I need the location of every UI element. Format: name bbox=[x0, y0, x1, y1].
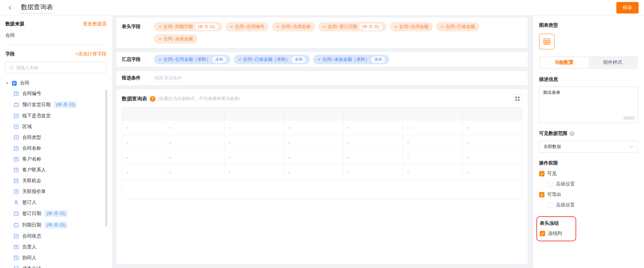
preview-cell: - bbox=[284, 150, 343, 165]
summary-field-tag[interactable]: 合同--已收金额（求和） 求和 bbox=[234, 55, 310, 64]
page-title[interactable]: 数据查询表 bbox=[20, 2, 54, 14]
chevron-down-icon[interactable] bbox=[317, 58, 320, 61]
permissions-label: 操作权限 bbox=[539, 160, 638, 166]
settings-panel: 图表类型 功能配置 组件样式 描述信息 4/500 可见数据范围 ? 全部数据 … bbox=[533, 16, 644, 268]
summary-field-tag[interactable]: 合同--合同金额（求和） 求和 bbox=[154, 55, 230, 64]
perm-visible-row: 可见 bbox=[539, 171, 638, 177]
field-tree-item[interactable]: 预计发货日期 (年-月-日) bbox=[0, 99, 112, 111]
calendar-icon bbox=[13, 222, 19, 228]
sidebar-scrollbar[interactable] bbox=[105, 90, 107, 226]
field-tree-item[interactable]: 客户联系人 bbox=[0, 165, 112, 175]
tab-component-style[interactable]: 组件样式 bbox=[589, 57, 637, 68]
fullscreen-button[interactable] bbox=[513, 94, 522, 103]
checkbox-export-advanced[interactable] bbox=[548, 202, 553, 208]
field-tree-item[interactable]: 关联报价单 bbox=[0, 186, 112, 197]
description-input[interactable] bbox=[539, 87, 638, 123]
preview-cell: - bbox=[122, 150, 165, 165]
checkbox-freeze-column[interactable] bbox=[540, 231, 545, 236]
summary-fields-dropzone[interactable]: 合同--合同金额（求和） 求和 合同--已收金额（求和） 求和 合同--未收金额… bbox=[154, 55, 389, 64]
add-calc-field-link[interactable]: +添加计算字段 bbox=[76, 51, 107, 57]
table-chart-icon bbox=[543, 38, 551, 46]
tag-label: 合同--到期日期 bbox=[164, 24, 193, 30]
text-field-icon bbox=[13, 178, 19, 184]
field-label: 关联机会 bbox=[22, 178, 41, 184]
perm-visible-advanced-label[interactable]: 高级设置 bbox=[556, 181, 575, 187]
field-tree-item[interactable]: 关联机会 bbox=[0, 175, 112, 186]
tree-root-contract[interactable]: 合同 bbox=[0, 78, 112, 88]
freeze-highlight-box: 表头冻结 冻结列 bbox=[536, 216, 576, 241]
header-fields-label: 表头字段 bbox=[122, 22, 154, 44]
preview-cell: - bbox=[463, 135, 522, 150]
preview-cell: - bbox=[343, 165, 403, 180]
field-tree-item[interactable]: 123 成本合计 bbox=[0, 263, 112, 268]
chevron-down-icon[interactable] bbox=[159, 26, 162, 28]
form-icon bbox=[11, 80, 17, 86]
field-tree-item[interactable]: 签订人 bbox=[0, 197, 112, 208]
chevron-down-icon[interactable] bbox=[441, 26, 444, 28]
field-tree-item[interactable]: 合同编号 bbox=[0, 88, 112, 99]
header-fields-dropzone[interactable]: 合同--到期日期 (年-月-日) 合同--合同编号 合同--合同名称 bbox=[154, 22, 498, 44]
text-field-icon bbox=[13, 167, 19, 173]
chevron-down-icon[interactable] bbox=[230, 26, 233, 28]
save-button[interactable]: 保存 bbox=[616, 2, 639, 14]
chevron-down-icon bbox=[629, 145, 634, 148]
chevron-down-icon[interactable] bbox=[159, 38, 162, 40]
preview-table-header-row bbox=[122, 108, 522, 120]
preview-table: - - - - - - - - - - - - bbox=[122, 107, 522, 199]
caret-down-icon[interactable] bbox=[5, 81, 9, 85]
header-field-tag[interactable]: 合同--已收金额 bbox=[436, 22, 479, 31]
date-format-pill: (年-月-日) bbox=[359, 24, 382, 30]
field-tree-item[interactable]: 客户名称 bbox=[0, 154, 112, 165]
header-field-tag[interactable]: 合同--合同名称 bbox=[272, 22, 315, 31]
header-field-tag[interactable]: 合同--未收金额 bbox=[154, 34, 197, 44]
field-label: 合同编号 bbox=[22, 91, 41, 97]
tag-label: 合同--签订日期 bbox=[328, 24, 357, 30]
perm-export-advanced-label[interactable]: 高级设置 bbox=[556, 202, 575, 208]
back-button[interactable] bbox=[5, 3, 15, 13]
chevron-down-icon[interactable] bbox=[323, 26, 326, 28]
date-format-badge: (年-月-日) bbox=[45, 210, 67, 217]
search-input[interactable] bbox=[16, 65, 103, 70]
field-tree: 合同 合同编号 bbox=[0, 78, 112, 268]
help-icon[interactable]: ? bbox=[569, 131, 575, 136]
checkbox-visible[interactable] bbox=[539, 171, 544, 176]
chevron-down-icon[interactable] bbox=[238, 58, 241, 61]
chevron-down-icon[interactable] bbox=[394, 26, 397, 28]
field-tree-item[interactable]: 签订日期 (年-月-日) bbox=[0, 208, 112, 219]
visible-range-select[interactable]: 全部数据 bbox=[539, 141, 638, 153]
preview-footer-spacer bbox=[122, 180, 522, 199]
field-search[interactable] bbox=[5, 62, 107, 73]
field-tree-item[interactable]: 协同人 bbox=[0, 252, 112, 263]
text-field-icon bbox=[13, 255, 19, 261]
field-tree-item[interactable]: 负责人 bbox=[0, 242, 112, 252]
chart-type-table-button[interactable] bbox=[539, 34, 555, 49]
field-label: 客户联系人 bbox=[22, 167, 46, 173]
field-tree-item[interactable]: 合同状态 bbox=[0, 231, 112, 242]
change-data-source-link[interactable]: 更改数据源 bbox=[83, 21, 107, 27]
tab-function-config[interactable]: 功能配置 bbox=[540, 57, 589, 68]
field-tree-item[interactable]: 合同名称 bbox=[0, 143, 112, 154]
search-icon bbox=[9, 65, 14, 70]
field-tree-item[interactable]: 到期日期 (年-月-日) bbox=[0, 219, 112, 231]
header-field-tag[interactable]: 合同--合同金额 bbox=[390, 22, 433, 31]
field-tree-item[interactable]: 区域 bbox=[0, 121, 112, 132]
field-tree-item[interactable]: 合同类型 bbox=[0, 132, 112, 143]
filter-dropzone-placeholder[interactable]: 拖拽 筛选条件 bbox=[154, 75, 182, 81]
preview-cell: - bbox=[284, 165, 343, 180]
preview-table-row: - - - - - - - bbox=[122, 150, 522, 165]
header-field-tag[interactable]: 合同--到期日期 (年-月-日) bbox=[154, 22, 222, 31]
chevron-down-icon[interactable] bbox=[159, 58, 162, 61]
data-source-label: 数据来源 bbox=[5, 21, 24, 27]
checkbox-export[interactable] bbox=[539, 192, 544, 197]
dropdown-field-icon bbox=[13, 234, 19, 239]
preview-note: (此图仅为示例样式，不代表最终展示效果) bbox=[158, 96, 240, 102]
header-field-tag[interactable]: 合同--合同编号 bbox=[226, 22, 269, 31]
header-field-tag[interactable]: 合同--签订日期 (年-月-日) bbox=[318, 22, 387, 31]
preview-cell: - bbox=[284, 120, 343, 135]
chevron-down-icon[interactable] bbox=[276, 26, 279, 28]
checkbox-visible-advanced[interactable] bbox=[548, 181, 553, 187]
help-icon[interactable]: ? bbox=[150, 96, 156, 102]
summary-field-tag[interactable]: 合同--未收金额（求和） 求和 bbox=[313, 55, 389, 64]
tag-label: 合同--合同金额（求和） bbox=[164, 56, 211, 63]
field-tree-item[interactable]: 线下是否发货 bbox=[0, 111, 112, 121]
